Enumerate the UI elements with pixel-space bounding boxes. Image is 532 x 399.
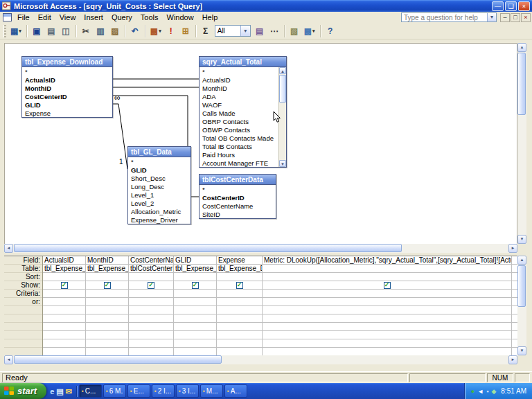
grid-cell[interactable] — [43, 306, 85, 314]
scroll-left-icon[interactable]: ◄ — [4, 244, 13, 253]
tray-network-icon[interactable]: ▪ — [486, 387, 488, 396]
scroll-down-icon[interactable]: ▼ — [279, 160, 286, 167]
field-item[interactable]: WAOF — [200, 101, 278, 109]
grid-cell[interactable]: tblCostCenterData — [129, 265, 173, 273]
menu-item-view[interactable]: View — [55, 12, 80, 22]
grid-cell[interactable] — [512, 306, 517, 314]
show-checkbox[interactable]: ✓ — [148, 282, 154, 289]
menu-item-help[interactable]: Help — [198, 12, 222, 22]
copy-icon[interactable]: ▥ — [94, 24, 107, 38]
grid-cell[interactable] — [263, 314, 511, 323]
grid-cell[interactable]: tbl_Expense_Download — [174, 265, 216, 273]
grid-cell[interactable]: ✓ — [129, 281, 173, 290]
scroll-thumb[interactable] — [279, 75, 286, 103]
grid-cell[interactable]: tbl_Expense_Download — [86, 265, 128, 273]
grid-cell[interactable]: Metric: DLookUp([Allocation_Metric],"sqr… — [263, 256, 511, 265]
grid-cell[interactable] — [217, 298, 262, 306]
show-checkbox[interactable]: ✓ — [104, 282, 111, 289]
grid-cell[interactable] — [512, 256, 517, 265]
grid-cell[interactable] — [86, 290, 128, 298]
menu-item-window[interactable]: Window — [163, 12, 198, 22]
grid-cell[interactable] — [43, 348, 85, 355]
grid-cell[interactable] — [512, 323, 517, 331]
grid-cell[interactable] — [263, 273, 511, 281]
grid-cell[interactable] — [86, 314, 128, 323]
grid-cell[interactable]: tbl_Expense_Download — [217, 265, 262, 273]
grid-cell[interactable] — [129, 339, 173, 348]
grid-cell[interactable]: ✓ — [174, 281, 216, 290]
table-title[interactable]: tbl_GL_Data — [128, 147, 190, 157]
grid-cell[interactable] — [217, 290, 262, 298]
field-item[interactable]: Account Manager FTE — [200, 159, 278, 168]
tray-msn-icon[interactable]: ◆ — [491, 387, 496, 396]
field-item[interactable]: * — [128, 158, 190, 166]
tray-volume-icon[interactable]: ◄ — [477, 387, 484, 396]
field-item[interactable]: GLID — [22, 101, 112, 109]
grid-cell[interactable] — [512, 314, 517, 323]
grid-cell[interactable]: MonthID — [86, 256, 128, 265]
scroll-down-icon[interactable]: ▼ — [517, 346, 526, 355]
start-button[interactable]: start — [0, 383, 46, 399]
grid-cell[interactable] — [174, 314, 216, 323]
chevron-down-icon[interactable]: ▾ — [487, 13, 496, 21]
taskbar-button[interactable]: ▪2 I... — [152, 384, 175, 398]
grid-cell[interactable] — [512, 290, 517, 298]
grid-cell[interactable]: tbl_Expense_Download — [43, 265, 85, 273]
paste-icon[interactable]: ▨ — [108, 24, 122, 38]
quick-launch-desktop-icon[interactable]: ▤ — [56, 386, 63, 397]
tray-shield-icon[interactable]: ● — [471, 387, 475, 396]
show-table-icon[interactable]: ⊞ — [179, 24, 193, 38]
grid-cell[interactable]: GLID — [174, 256, 216, 265]
table-title[interactable]: sqry_Actual_Total — [200, 57, 286, 67]
grid-cell[interactable] — [86, 348, 128, 355]
show-checkbox[interactable]: ✓ — [384, 282, 391, 289]
field-item[interactable]: CostCenterID — [22, 93, 112, 101]
grid-cell[interactable] — [174, 339, 216, 348]
grid-cell[interactable] — [86, 323, 128, 331]
grid-cell[interactable] — [174, 298, 216, 306]
field-item[interactable]: Level_1 — [128, 191, 190, 200]
grid-cell[interactable] — [129, 290, 173, 298]
title-bar[interactable]: Microsoft Access - [sqry_Unit_Costs : Se… — [0, 0, 532, 12]
field-item[interactable]: ActualsID — [22, 76, 112, 85]
save-icon[interactable]: ▣ — [30, 24, 44, 38]
child-minimize-button[interactable]: – — [500, 13, 510, 22]
grid-cell[interactable] — [43, 314, 85, 323]
query-window-icon[interactable] — [3, 13, 12, 21]
grid-cell[interactable] — [86, 339, 128, 348]
field-item[interactable]: Total OB Contacts Made — [200, 134, 278, 143]
scroll-thumb[interactable] — [14, 244, 402, 252]
taskbar-button[interactable]: ▪E... — [127, 384, 150, 398]
help-search-box[interactable]: Type a question for help ▾ — [401, 12, 497, 22]
grid-cell[interactable] — [86, 306, 128, 314]
undo-icon[interactable]: ↶ — [128, 24, 142, 38]
grid-cell[interactable] — [263, 339, 511, 348]
grid-cell[interactable] — [263, 348, 511, 355]
grid-cell[interactable] — [263, 298, 511, 306]
taskbar-button[interactable]: ▪A... — [224, 384, 247, 398]
scroll-thumb[interactable] — [517, 53, 526, 115]
grid-cell[interactable] — [129, 298, 173, 306]
database-window-icon[interactable]: ▧ — [287, 24, 301, 38]
menu-item-insert[interactable]: Insert — [80, 12, 107, 22]
grid-cell[interactable] — [217, 323, 262, 331]
grid-cell[interactable] — [263, 290, 511, 298]
field-item[interactable]: ADA — [200, 93, 278, 101]
totals-icon[interactable]: Σ — [199, 24, 213, 38]
table-tbl-gl-data[interactable]: tbl_GL_Data *GLIDShort_DescLong_DescLeve… — [127, 146, 191, 224]
grid-cell[interactable] — [263, 306, 511, 314]
grid-cell[interactable] — [174, 348, 216, 355]
grid-cell[interactable] — [174, 323, 216, 331]
grid-cell[interactable] — [43, 323, 85, 331]
query-type-icon[interactable]: ▩▾ — [148, 24, 163, 38]
grid-cell[interactable] — [512, 348, 517, 355]
grid-cell[interactable] — [86, 298, 128, 306]
toolbar-grip[interactable] — [3, 25, 6, 37]
grid-cell[interactable] — [263, 323, 511, 331]
scroll-up-icon[interactable]: ▲ — [279, 67, 286, 74]
grid-cell[interactable] — [263, 331, 511, 339]
grid-cell[interactable] — [263, 265, 511, 273]
minimize-button[interactable]: — — [492, 1, 504, 11]
grid-cell[interactable]: CostCenterName — [129, 256, 173, 265]
grid-cell[interactable] — [129, 306, 173, 314]
